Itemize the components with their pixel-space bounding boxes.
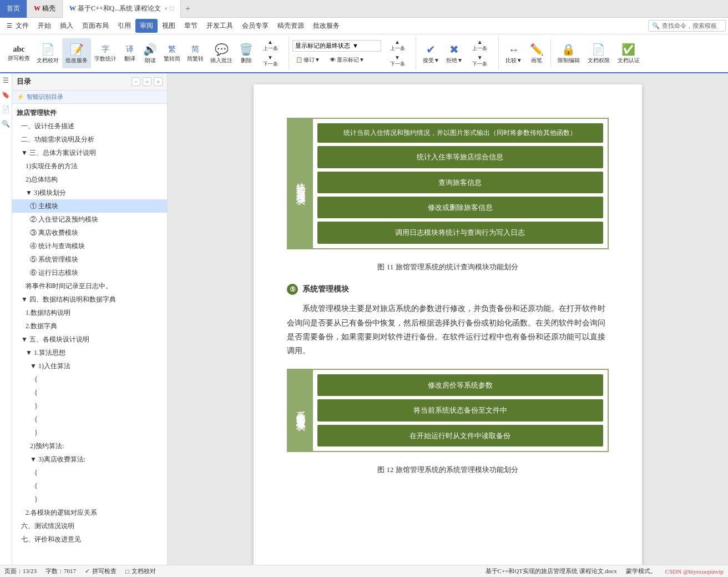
toc-close-btn[interactable]: ×: [154, 77, 163, 86]
tab-doc[interactable]: W 基于C++和Q...系统 课程论文 × □: [63, 0, 181, 18]
toolbar-delete[interactable]: 🗑️ 删除: [236, 38, 256, 68]
toolbar-nav2: ▲ 上一条 ▼ 下一条: [383, 38, 411, 68]
toolbar-accept[interactable]: ✔ 接受▼: [419, 38, 443, 68]
list-item[interactable]: ▼ 1.算法思想: [12, 346, 167, 359]
list-item[interactable]: 一、设计任务描述: [12, 119, 167, 133]
list-item[interactable]: 2.数据字典: [12, 319, 167, 333]
toolbar-next-change[interactable]: ▼ 下一条: [383, 54, 411, 68]
list-item[interactable]: 六、测试情况说明: [12, 519, 167, 533]
list-item[interactable]: ② 入住登记及预约模块: [12, 213, 167, 226]
toc-smart-detect[interactable]: ⚡ 智能识别目录: [12, 91, 167, 104]
toolbar-prev3[interactable]: ▲ 上一条: [466, 38, 494, 53]
toolbar-reject[interactable]: ✖ 拒绝▼: [443, 38, 466, 68]
list-item[interactable]: {: [12, 466, 167, 479]
search-box[interactable]: 🔍 查找命令，搜索模板: [648, 20, 726, 32]
down3-icon: ▼: [477, 54, 483, 61]
menu-chapter[interactable]: 章节: [180, 19, 202, 33]
doc-area[interactable]: 统计与查询模块 统计当前入住情况和预约情况，并以图片形式输出（同时将参数传给其他…: [168, 73, 728, 565]
toolbar-track[interactable]: 📋 修订▼: [292, 53, 323, 67]
menu-view[interactable]: 视图: [158, 19, 180, 33]
toolbar-simp[interactable]: 简 简繁转: [184, 38, 207, 68]
list-item[interactable]: }: [12, 493, 167, 506]
toolbar-docauth[interactable]: ✅ 文档认证: [614, 38, 643, 68]
sidebar-page-icon[interactable]: 📄: [1, 104, 11, 114]
list-item[interactable]: ▼ 三、总体方案设计说明: [12, 146, 167, 159]
tab-home[interactable]: 首页: [0, 0, 27, 18]
toolbar-nav-group: ▲ 上一条 ▼ 下一条: [256, 38, 284, 68]
toolbar-compare[interactable]: ↔ 比较▼: [502, 38, 525, 68]
toolbar-trad[interactable]: 繁 繁转简: [160, 38, 184, 68]
toolbar-doccheck[interactable]: 📄 文档校对: [33, 38, 62, 68]
sidebar-search-icon2[interactable]: 🔍: [1, 119, 11, 129]
list-item[interactable]: 2.各模块的逻辑对应关系: [12, 506, 167, 519]
list-item[interactable]: ① 主模块: [12, 199, 167, 213]
toolbar-pen[interactable]: ✏️ 画笔: [527, 38, 547, 68]
tab-add-button[interactable]: +: [181, 4, 195, 14]
list-item[interactable]: 2)预约算法:: [12, 439, 167, 453]
status-proofread[interactable]: □ 文档校对: [125, 567, 156, 575]
toolbar-restrict[interactable]: 🔒 限制编辑: [554, 38, 583, 68]
toolbar-docperm[interactable]: 📄 文档权限: [584, 38, 613, 68]
menu-correction[interactable]: 批改服务: [309, 19, 344, 33]
doc-check-icon: □: [125, 568, 129, 575]
toolbar-translate[interactable]: 译 翻译: [120, 38, 140, 68]
tab-doc-label: 基于C++和Q...系统 课程论文: [78, 4, 161, 13]
list-item[interactable]: ⑥ 运行日志模块: [12, 266, 167, 279]
status-mode: 蒙学模式。: [626, 567, 656, 575]
menu-resources[interactable]: 稿壳资源: [273, 19, 309, 33]
toc-expand-btn[interactable]: +: [143, 77, 151, 86]
list-item[interactable]: }: [12, 426, 167, 439]
toolbar-spellcheck[interactable]: abc 拼写检查: [4, 38, 33, 68]
toc-collapse-btn[interactable]: −: [132, 77, 140, 86]
list-item[interactable]: ▼ 3)模块划分: [12, 186, 167, 199]
toolbar-status-dropdown[interactable]: 显示标记的最终状态 ▼: [292, 40, 381, 52]
list-item[interactable]: 将事件和时间记录至日志中。: [12, 279, 167, 293]
list-item[interactable]: 1.数据结构说明: [12, 306, 167, 319]
toolbar-prev-comment[interactable]: ▲ 上一条: [256, 38, 284, 53]
list-item[interactable]: 2)总体结构: [12, 173, 167, 186]
list-item[interactable]: ⑤ 系统管理模块: [12, 253, 167, 266]
toolbar-next-comment[interactable]: ▼ 下一条: [256, 54, 284, 68]
list-item[interactable]: ④ 统计与查询模块: [12, 239, 167, 253]
menu-start[interactable]: 开始: [33, 19, 55, 33]
list-item[interactable]: {: [12, 413, 167, 426]
list-item[interactable]: }: [12, 399, 167, 413]
status-filename: 基于C++和QT实现的旅店管理系统 课程论文.docx: [486, 567, 617, 575]
markup-icon: 👁️: [329, 57, 336, 63]
pen-icon: ✏️: [530, 43, 544, 56]
sidebar-toc-icon[interactable]: ☰: [1, 76, 11, 86]
list-item[interactable]: ③ 离店收费模块: [12, 226, 167, 239]
list-item[interactable]: ▼ 3)离店收费算法:: [12, 453, 167, 466]
list-item[interactable]: 二、功能需求说明及分析: [12, 133, 167, 146]
toolbar-correction[interactable]: 📝 批改服务: [62, 38, 91, 68]
menu-insert[interactable]: 插入: [55, 19, 78, 33]
menu-review[interactable]: 审阅: [135, 19, 158, 33]
list-item[interactable]: {: [12, 479, 167, 493]
list-item[interactable]: {: [12, 386, 167, 399]
list-item[interactable]: ▼ 1)入住算法: [12, 359, 167, 373]
list-item[interactable]: 1)实现任务的方法: [12, 159, 167, 173]
menu-ref[interactable]: 引用: [113, 19, 135, 33]
toolbar-comment[interactable]: 💬 插入批注: [207, 38, 236, 68]
status-spelling[interactable]: ✓ 拼写检查: [85, 567, 117, 575]
tab-wps[interactable]: W 稿壳: [27, 0, 63, 18]
toolbar-next3[interactable]: ▼ 下一条: [466, 54, 494, 68]
delete-icon: 🗑️: [239, 43, 253, 56]
smart-icon: ⚡: [17, 93, 24, 101]
sidebar-bookmark-icon[interactable]: 🔖: [1, 90, 11, 100]
menu-file[interactable]: ☰ 文件: [2, 19, 33, 33]
list-item[interactable]: {: [12, 373, 167, 386]
toolbar-prev-change[interactable]: ▲ 上一条: [383, 38, 411, 53]
status-brand: CSDN @biyezuopinvip: [665, 568, 724, 575]
toolbar-read[interactable]: 🔊 朗读: [140, 38, 160, 68]
toolbar-wordcount[interactable]: 字 字数统计: [91, 38, 120, 68]
list-item[interactable]: ▼ 五、各模块设计说明: [12, 333, 167, 346]
tab-close-icon[interactable]: ×: [164, 6, 168, 12]
list-item[interactable]: ▼ 四、数据结构说明和数据字典: [12, 293, 167, 306]
menu-vip[interactable]: 会员专享: [237, 19, 273, 33]
list-item[interactable]: 七、评价和改进意见: [12, 533, 167, 546]
menu-layout[interactable]: 页面布局: [78, 19, 113, 33]
toolbar-show-markup[interactable]: 👁️ 显示标记▼: [326, 53, 368, 67]
menu-dev[interactable]: 开发工具: [202, 19, 237, 33]
list-item[interactable]: 旅店管理软件: [12, 106, 167, 119]
